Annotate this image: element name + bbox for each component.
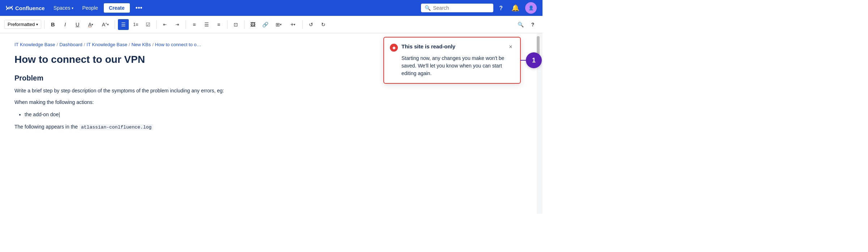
insert-image-icon: 🖼 — [250, 22, 255, 27]
separator3 — [156, 20, 157, 29]
content-paragraph-3-prefix: The following appears in the — [14, 124, 79, 130]
insert-more-button[interactable]: + ▾ — [286, 19, 299, 30]
more-actions-button[interactable]: ••• — [133, 3, 145, 13]
notification-close-button[interactable]: × — [507, 43, 514, 51]
breadcrumb-sep-2: / — [84, 42, 85, 47]
outdent-button[interactable]: ⇤ — [159, 19, 170, 30]
indent-button[interactable]: ⇥ — [172, 19, 183, 30]
content-paragraph-2[interactable]: When making the following actions: — [14, 98, 522, 106]
insert-link-button[interactable]: 🔗 — [260, 19, 271, 30]
breadcrumb-sep-3: / — [129, 42, 130, 47]
breadcrumb-item-2[interactable]: Dashboard — [59, 42, 82, 47]
task-list-button[interactable]: ☑ — [142, 19, 153, 30]
editor-toolbar: Preformatted ▾ B I U A ▾ A± ▾ ☰ 1≡ ☑ ⇤ ⇥… — [0, 16, 542, 33]
insert-link-icon: 🔗 — [262, 22, 268, 27]
breadcrumb-item-1[interactable]: IT Knowledge Base — [14, 42, 55, 47]
underline-button[interactable]: U — [72, 19, 83, 30]
list-item-1[interactable]: the add-on doe| — [25, 110, 522, 119]
breadcrumb-item-4[interactable]: New KBs — [131, 42, 150, 47]
expand-button[interactable]: ⊡ — [230, 19, 241, 30]
notification-header: ◆ This site is read-only × — [390, 43, 514, 52]
spaces-menu[interactable]: Spaces ▾ — [51, 4, 77, 12]
editor-wrapper: IT Knowledge Base / Dashboard / IT Knowl… — [0, 33, 542, 214]
redo-button[interactable]: ↻ — [318, 19, 329, 30]
insert-table-button[interactable]: ⊞ ▾ — [272, 19, 285, 30]
separator — [44, 20, 44, 29]
bold-button[interactable]: B — [47, 19, 58, 30]
list-item-1-text: the add-on doe| — [25, 112, 60, 117]
breadcrumb-item-3[interactable]: IT Knowledge Base — [86, 42, 127, 47]
more-icon: ••• — [136, 4, 142, 12]
table-chevron-icon: ▾ — [280, 23, 282, 26]
people-nav[interactable]: People — [79, 4, 101, 12]
bold-icon: B — [51, 21, 55, 27]
separator6 — [244, 20, 244, 29]
separator2 — [115, 20, 115, 29]
redo-icon: ↻ — [321, 22, 326, 27]
text-color-icon: A — [88, 22, 92, 27]
help-label: ? — [499, 5, 503, 11]
format-chevron-icon: ▾ — [36, 22, 38, 26]
read-only-notification: ◆ This site is read-only × Starting now,… — [383, 37, 521, 84]
create-label: Create — [109, 5, 125, 11]
insert-image-button[interactable]: 🖼 — [247, 19, 258, 30]
breadcrumb-sep-4: / — [152, 42, 154, 47]
step-marker: 1 — [526, 52, 542, 68]
confluence-logo-icon — [6, 4, 13, 12]
separator4 — [186, 20, 186, 29]
user-avatar[interactable]: 👤 — [525, 2, 537, 14]
breadcrumb-item-5[interactable]: How to connect to o… — [155, 42, 201, 47]
superscript-button[interactable]: A± ▾ — [99, 19, 112, 30]
align-left-button[interactable]: ≡ — [189, 19, 200, 30]
breadcrumb-sep-1: / — [57, 42, 58, 47]
notification-body: Starting now, any changes you make won't… — [390, 55, 514, 77]
close-icon: × — [509, 44, 512, 50]
underline-icon: U — [76, 21, 80, 27]
warning-diamond-icon: ◆ — [392, 45, 395, 50]
bullet-list: the add-on doe| — [14, 110, 522, 119]
search-input[interactable] — [433, 5, 490, 11]
separator5 — [227, 20, 227, 29]
code-inline: atlassian-conlfluence.log — [79, 124, 153, 130]
warning-icon: ◆ — [390, 44, 398, 52]
separator7 — [302, 20, 303, 29]
app-logo[interactable]: Confluence — [6, 4, 45, 12]
format-select[interactable]: Preformatted ▾ — [4, 20, 41, 29]
italic-icon: I — [64, 21, 66, 27]
content-paragraph-1[interactable]: Write a brief step by step description o… — [14, 87, 522, 95]
create-button[interactable]: Create — [104, 3, 130, 13]
expand-icon: ⊡ — [234, 22, 238, 27]
toolbar-help-icon: ? — [531, 22, 535, 27]
numbered-list-button[interactable]: 1≡ — [130, 19, 141, 30]
align-left-icon: ≡ — [193, 22, 196, 27]
text-color-chevron: ▾ — [92, 23, 93, 26]
content-paragraph-3[interactable]: The following appears in the atlassian-c… — [14, 123, 522, 131]
notifications-icon[interactable]: 🔔 — [509, 3, 522, 13]
search-icon: 🔍 — [425, 5, 431, 11]
superscript-icon: A± — [102, 22, 107, 27]
avatar-initials: 👤 — [528, 5, 534, 10]
bullet-list-button[interactable]: ☰ — [118, 19, 129, 30]
help-icon[interactable]: ? — [496, 3, 506, 13]
align-right-icon: ≡ — [217, 22, 220, 27]
text-color-button[interactable]: A ▾ — [84, 19, 97, 30]
task-icon: ☑ — [146, 22, 150, 27]
undo-button[interactable]: ↺ — [306, 19, 316, 30]
align-center-button[interactable]: ☰ — [201, 19, 212, 30]
spaces-chevron-icon: ▾ — [72, 6, 73, 10]
outdent-icon: ⇤ — [163, 22, 167, 27]
marker-label: 1 — [532, 57, 536, 64]
bell-icon: 🔔 — [511, 4, 519, 12]
superscript-chevron: ▾ — [107, 23, 109, 26]
toolbar-help-button[interactable]: ? — [527, 19, 538, 30]
align-right-button[interactable]: ≡ — [213, 19, 224, 30]
bullet-list-icon: ☰ — [121, 22, 126, 27]
align-center-icon: ☰ — [204, 22, 209, 27]
people-label: People — [82, 5, 98, 11]
spaces-label: Spaces — [54, 5, 71, 11]
italic-button[interactable]: I — [60, 19, 71, 30]
insert-table-icon: ⊞ — [276, 22, 280, 27]
toolbar-search-button[interactable]: 🔍 — [515, 19, 526, 30]
search-box[interactable]: 🔍 — [421, 4, 493, 12]
insert-more-chevron-icon: ▾ — [294, 23, 295, 26]
